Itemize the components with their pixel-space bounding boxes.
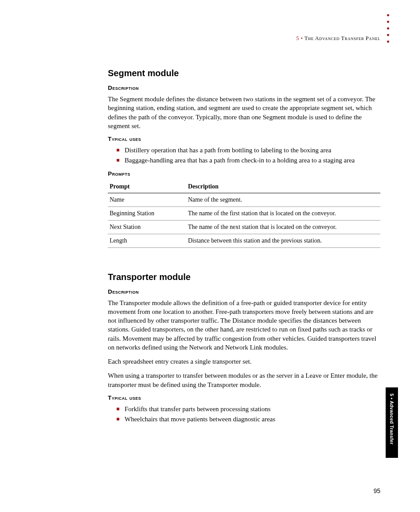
table-row: Length Distance between this station and… [108,234,380,247]
page-number: 95 [373,487,380,494]
transporter-description-body-1: The Transporter module allows the defini… [108,298,380,352]
desc-cell: Name of the segment. [186,193,380,206]
desc-cell: The name of the next station that is loc… [186,220,380,234]
transporter-module-section: Transporter module Description The Trans… [108,272,380,424]
corner-dots [387,14,389,43]
table-row: Next Station The name of the next statio… [108,220,380,234]
transporter-description-body-3: When using a transporter to transfer bet… [108,371,380,389]
segment-prompts-table: Prompt Description Name Name of the segm… [108,180,380,248]
transporter-uses-list: Forklifts that transfer parts between pr… [108,405,380,424]
chapter-title: The Advanced Transfer Panel [304,35,380,41]
table-row: Name Name of the segment. [108,193,380,206]
side-tab: 5 • Advanced Transfer [386,387,398,458]
segment-module-section: Segment module Description The Segment m… [108,68,380,248]
segment-uses-list: Distillery operation that has a path fro… [108,146,380,165]
prompt-cell: Name [108,193,186,206]
running-header: 5 • The Advanced Transfer Panel [108,35,380,42]
page-content: 5 • The Advanced Transfer Panel Segment … [0,0,420,470]
transporter-description-body-2: Each spreadsheet entry creates a single … [108,357,380,366]
list-item: Baggage-handling area that has a path fr… [117,156,380,165]
col-prompt: Prompt [108,180,186,193]
segment-description-body: The Segment module defines the distance … [108,95,380,130]
segment-uses-heading: Typical uses [108,136,380,142]
table-row: Beginning Station The name of the first … [108,206,380,220]
list-item: Forklifts that transfer parts between pr… [117,405,380,413]
desc-cell: The name of the first station that is lo… [186,206,380,220]
segment-heading: Segment module [108,68,380,78]
chapter-number: 5 • [296,35,305,41]
list-item: Wheelchairs that move patients between d… [117,415,380,424]
segment-prompts-heading: Prompts [108,170,380,177]
prompt-cell: Length [108,234,186,247]
transporter-description-heading: Description [108,288,380,295]
transporter-heading: Transporter module [108,272,380,282]
transporter-uses-heading: Typical uses [108,394,380,401]
list-item: Distillery operation that has a path fro… [117,146,380,155]
segment-description-heading: Description [108,85,380,91]
prompt-cell: Next Station [108,220,186,234]
prompt-cell: Beginning Station [108,206,186,220]
col-description: Description [186,180,380,193]
desc-cell: Distance between this station and the pr… [186,234,380,247]
